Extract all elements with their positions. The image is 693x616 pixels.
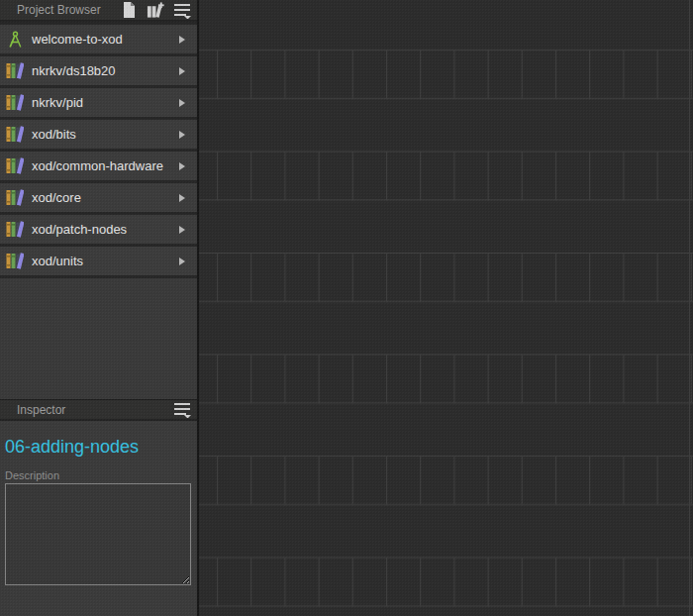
books-plus-icon: [147, 2, 164, 19]
row-icon-slot: [6, 31, 24, 49]
chevron-right-icon: [179, 257, 185, 265]
project-browser-item-xod/patch-nodes[interactable]: xod/patch-nodes: [0, 215, 197, 244]
hamburger-caret-icon: [174, 401, 191, 418]
library-books-icon: [6, 253, 24, 269]
item-label: xod/bits: [32, 127, 179, 142]
project-browser-item-xod/common-hardware[interactable]: xod/common-hardware: [0, 152, 197, 180]
library-books-icon: [6, 62, 24, 79]
item-label: nkrkv/pid: [32, 95, 179, 110]
item-label: xod/units: [32, 254, 179, 268]
project-browser-item-xod/units[interactable]: xod/units: [0, 247, 197, 275]
chevron-right-icon: [179, 194, 185, 202]
canvas-right-edge-line: [689, 0, 690, 616]
project-browser-item-xod/bits[interactable]: xod/bits: [0, 120, 197, 149]
library-books-icon: [6, 221, 24, 238]
item-label: welcome-to-xod: [32, 32, 179, 47]
row-icon-slot: [6, 126, 24, 144]
sidebar: Project Browser: [0, 0, 199, 616]
hamburger-caret-icon: [174, 2, 191, 19]
inspector-body: 06-adding-nodes Description: [0, 421, 197, 616]
inspector-menu-icon[interactable]: [173, 401, 191, 419]
inspector-title: Inspector: [17, 403, 164, 417]
description-label: Description: [5, 469, 192, 481]
project-browser-title: Project Browser: [17, 3, 111, 17]
chevron-right-icon: [179, 162, 185, 170]
patch-canvas[interactable]: [199, 0, 693, 616]
project-browser-list: welcome-to-xod nkrkv/ds18b20: [0, 22, 197, 278]
library-books-icon: [6, 157, 24, 174]
item-label: xod/patch-nodes: [32, 222, 179, 237]
project-browser-item-welcome-to-xod[interactable]: welcome-to-xod: [0, 25, 197, 53]
library-books-icon: [6, 189, 24, 206]
row-icon-slot: [6, 94, 24, 112]
xod-ide-window: Project Browser: [0, 0, 693, 616]
library-books-icon: [6, 126, 24, 143]
row-icon-slot: [6, 189, 24, 207]
new-patch-file-icon[interactable]: [120, 1, 138, 19]
item-label: nkrkv/ds18b20: [32, 63, 179, 78]
panel-menu-icon[interactable]: [173, 1, 191, 19]
project-browser-item-nkrkv/pid[interactable]: nkrkv/pid: [0, 88, 197, 117]
row-icon-slot: [6, 253, 24, 270]
chevron-right-icon: [179, 226, 185, 234]
file-icon: [123, 2, 136, 18]
chevron-right-icon: [179, 36, 185, 44]
chevron-right-icon: [179, 131, 185, 139]
project-browser-item-xod/core[interactable]: xod/core: [0, 183, 197, 212]
project-compass-icon: [7, 31, 24, 49]
project-browser-item-nkrkv/ds18b20[interactable]: nkrkv/ds18b20: [0, 56, 197, 85]
chevron-right-icon: [179, 99, 185, 107]
row-icon-slot: [6, 157, 24, 175]
canvas-grid: [199, 0, 693, 616]
row-icon-slot: [6, 62, 24, 80]
row-icon-slot: [6, 221, 24, 239]
library-books-icon: [6, 94, 24, 111]
project-browser-header: Project Browser: [0, 0, 197, 22]
add-library-icon[interactable]: [147, 1, 164, 19]
inspector-header: Inspector: [0, 399, 197, 421]
item-label: xod/core: [32, 190, 179, 205]
item-label: xod/common-hardware: [32, 158, 179, 173]
sidebar-empty-area: [0, 278, 197, 399]
description-textarea[interactable]: [5, 483, 191, 585]
selected-patch-name: 06-adding-nodes: [5, 437, 192, 458]
chevron-right-icon: [179, 67, 185, 75]
